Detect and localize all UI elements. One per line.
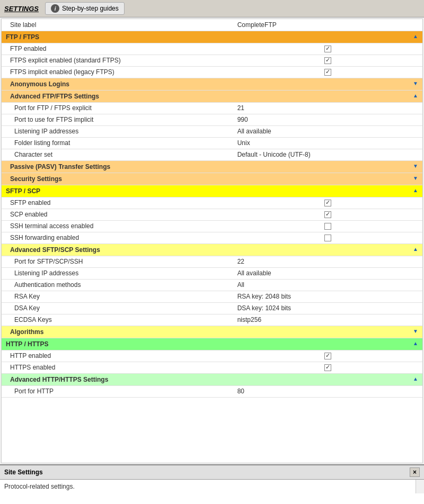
settings-table: Site label CompleteFTP FTP / FTPS ▲ FTP … [2,19,422,398]
listening-ip-ftp-value: All available [233,125,422,137]
ecdsa-keys-row: ECDSA Keys nistp256 [2,314,422,326]
port-http-row: Port for HTTP 80 [2,385,422,397]
charset-value: Default - Unicode (UTF-8) [233,149,422,160]
section-pasv-header[interactable]: Passive (PASV) Transfer Settings ▼ [2,160,422,173]
main-container: SETTINGS i Step-by-step guides Site labe… [0,0,424,504]
ftp-collapse-arrow: ▲ [413,33,418,39]
settings-title: SETTINGS [4,5,39,13]
ftp-enabled-checkbox[interactable] [233,43,422,55]
section-pasv-label: Passive (PASV) Transfer Settings ▼ [2,160,422,173]
ftps-explicit-label: FTPS explicit enabled (standard FTPS) [2,55,233,66]
scp-enabled-checkbox[interactable] [233,209,422,220]
ftps-implicit-check [324,69,331,76]
http-enabled-label: HTTP enabled [2,350,233,362]
bottom-panel-header: Site Settings × [0,465,424,480]
ftp-enabled-check [324,46,331,52]
section-algorithms-header[interactable]: Algorithms ▼ [2,326,422,338]
folder-listing-row: Folder listing format Unix [2,137,422,149]
bottom-panel-content: Protocol-related settings. [0,480,416,493]
section-http-label: HTTP / HTTPS ▲ [2,338,422,350]
auth-methods-label: Authentication methods [2,279,233,291]
close-button[interactable]: × [410,467,420,477]
site-label-row: Site label CompleteFTP [2,19,422,31]
site-label-value: CompleteFTP [233,19,422,31]
ftps-implicit-label: FTPS implicit enabled (legacy FTPS) [2,66,233,78]
port-ftps-implicit-label: Port to use for FTPS implicit [2,114,233,125]
http-enabled-check [324,353,331,359]
info-icon: i [51,4,59,13]
folder-listing-label: Folder listing format [2,137,233,149]
section-algorithms-label: Algorithms ▼ [2,326,422,338]
guide-button[interactable]: i Step-by-step guides [45,2,125,15]
port-ftp-explicit-label: Port for FTP / FTPS explicit [2,102,233,114]
https-enabled-row: HTTPS enabled [2,362,422,373]
scp-enabled-row: SCP enabled [2,209,422,220]
section-sftp-label: SFTP / SCP ▲ [2,185,422,197]
section-advanced-http-header[interactable]: Advanced HTTP/HTTPS Settings ▲ [2,373,422,385]
charset-label: Character set [2,149,233,160]
section-anonymous-header[interactable]: Anonymous Logins ▼ [2,78,422,90]
port-sftp-value: 22 [233,256,422,267]
rsa-key-row: RSA Key RSA key: 2048 bits [2,291,422,302]
ssh-forwarding-checkbox[interactable] [233,232,422,244]
section-ftp-header[interactable]: FTP / FTPS ▲ [2,31,422,43]
dsa-key-label: DSA Key [2,302,233,314]
listening-ip-sftp-label: Listening IP addresses [2,267,233,279]
ftp-enabled-row: FTP enabled [2,43,422,55]
http-enabled-checkbox[interactable] [233,350,422,362]
https-enabled-label: HTTPS enabled [2,362,233,373]
https-enabled-checkbox[interactable] [233,362,422,373]
algorithms-collapse-arrow: ▼ [413,328,418,334]
listening-ip-ftp-label: Listening IP addresses [2,125,233,137]
section-http-header[interactable]: HTTP / HTTPS ▲ [2,338,422,350]
port-sftp-label: Port for SFTP/SCP/SSH [2,256,233,267]
sftp-enabled-checkbox[interactable] [233,197,422,209]
port-http-value: 80 [233,385,422,397]
ssh-terminal-row: SSH terminal access enabled [2,220,422,232]
ftps-explicit-checkbox[interactable] [233,55,422,66]
dsa-key-row: DSA Key DSA key: 1024 bits [2,302,422,314]
sftp-enabled-row: SFTP enabled [2,197,422,209]
sftp-enabled-label: SFTP enabled [2,197,233,209]
https-enabled-check [324,364,331,371]
bottom-panel: Site Settings × Protocol-related setting… [0,464,424,504]
rsa-key-label: RSA Key [2,291,233,302]
site-label-key: Site label [2,19,233,31]
ftps-explicit-row: FTPS explicit enabled (standard FTPS) [2,55,422,66]
http-enabled-row: HTTP enabled [2,350,422,362]
section-security-header[interactable]: Security Settings ▼ [2,173,422,185]
port-ftps-implicit-row: Port to use for FTPS implicit 990 [2,114,422,125]
scp-enabled-label: SCP enabled [2,209,233,220]
port-ftp-explicit-value: 21 [233,102,422,114]
ssh-terminal-check [324,223,331,230]
section-advanced-ftp-header[interactable]: Advanced FTP/FTPS Settings ▲ [2,90,422,102]
ssh-forwarding-label: SSH forwarding enabled [2,232,233,244]
section-advanced-http-label: Advanced HTTP/HTTPS Settings ▲ [2,373,422,385]
ssh-terminal-checkbox[interactable] [233,220,422,232]
section-security-label: Security Settings ▼ [2,173,422,185]
header: SETTINGS i Step-by-step guides [0,0,424,17]
section-advanced-sftp-header[interactable]: Advanced SFTP/SCP Settings ▲ [2,244,422,256]
advanced-ftp-collapse-arrow: ▲ [413,93,418,98]
advanced-sftp-collapse-arrow: ▲ [413,246,418,252]
sftp-collapse-arrow: ▲ [413,187,418,193]
section-anonymous-label: Anonymous Logins ▼ [2,78,422,90]
bottom-panel-description: Protocol-related settings. [4,483,75,490]
listening-ip-sftp-value: All available [233,267,422,279]
sftp-enabled-check [324,200,331,206]
folder-listing-value: Unix [233,137,422,149]
table-area[interactable]: Site label CompleteFTP FTP / FTPS ▲ FTP … [1,19,423,463]
rsa-key-value: RSA key: 2048 bits [233,291,422,302]
content-area: Site label CompleteFTP FTP / FTPS ▲ FTP … [0,17,424,464]
section-advanced-ftp-label: Advanced FTP/FTPS Settings ▲ [2,90,422,102]
port-http-label: Port for HTTP [2,385,233,397]
bottom-panel-scrollbar[interactable] [416,480,424,493]
ecdsa-keys-label: ECDSA Keys [2,314,233,326]
ftp-enabled-label: FTP enabled [2,43,233,55]
ftps-implicit-row: FTPS implicit enabled (legacy FTPS) [2,66,422,78]
ftps-implicit-checkbox[interactable] [233,66,422,78]
section-sftp-header[interactable]: SFTP / SCP ▲ [2,185,422,197]
auth-methods-row: Authentication methods All [2,279,422,291]
ecdsa-keys-value: nistp256 [233,314,422,326]
charset-row: Character set Default - Unicode (UTF-8) [2,149,422,160]
